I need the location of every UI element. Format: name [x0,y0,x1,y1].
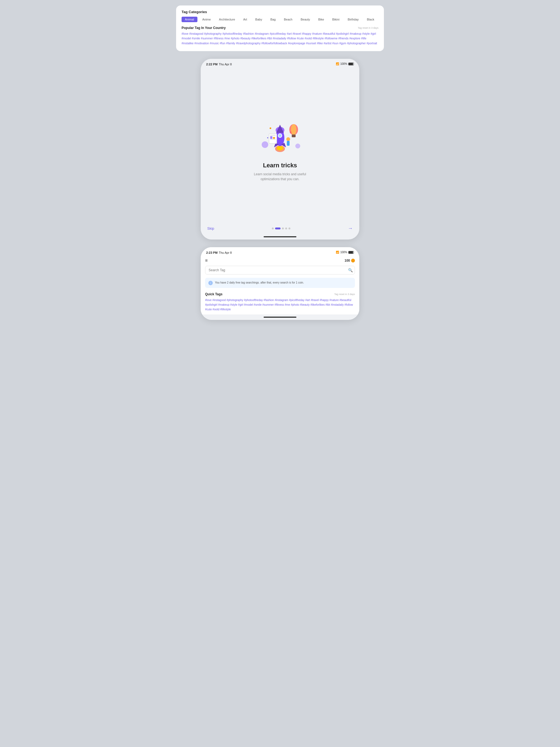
wifi-icon-2: 📶 [336,251,339,254]
svg-rect-21 [273,137,275,139]
home-indicator-2 [263,317,297,318]
status-icons-2: 📶 100% [336,251,354,254]
coin-icon [351,259,355,262]
next-arrow-button[interactable]: → [348,226,353,231]
tag-chip-birthday[interactable]: Birthday [344,17,362,22]
wifi-icon: 📶 [336,62,339,66]
search-screen: 2:23 PM Thu Apr 8 📶 100% ≡ 100 🔍 [201,247,359,314]
status-bar-1: 2:22 PM Thu Apr 8 📶 100% [201,59,359,68]
info-banner-text: You have 2 daily free tag searchings. af… [215,281,304,285]
popular-tags-content: #love #instagood #photography #photoofth… [182,31,378,46]
battery-percent: 100% [340,62,347,66]
dot-4 [288,228,290,229]
phone-time-2: 2:23 PM [206,251,218,254]
svg-point-6 [279,134,281,137]
tag-chip-art[interactable]: Art [240,17,251,22]
tag-chip-baby[interactable]: Baby [252,17,265,22]
popular-tag-section: Popular Tag In Your Country Tag reset in… [182,26,378,46]
tag-chip-bikini[interactable]: Bikini [329,17,342,22]
skip-button[interactable]: Skip [207,226,214,231]
tag-chip-black[interactable]: Black [364,17,378,22]
battery-percent-2: 100% [340,251,347,254]
svg-rect-22 [270,139,276,140]
svg-point-15 [286,137,290,141]
search-icon-button[interactable]: 🔍 [348,268,353,272]
quick-tags-content: #love #instagood #photography #photoofth… [205,298,355,312]
svg-point-9 [270,127,271,129]
phone-date-2: Thu Apr 8 [219,251,232,254]
learn-tricks-screen: Learn tricks Learn social media tricks a… [201,68,359,221]
dot-indicators [272,228,290,229]
svg-rect-14 [292,134,296,137]
phone-frame-1: 2:22 PM Thu Apr 8 📶 100% [201,59,359,239]
tag-chips-row: AnimalAnimeArchitectureArtBabyBagBeachBe… [182,17,378,22]
status-icons-1: 📶 100% [336,62,354,66]
dot-1 [275,228,281,229]
status-bar-2: 2:23 PM Thu Apr 8 📶 100% [201,247,359,256]
home-indicator-1 [263,236,297,237]
tag-chip-beach[interactable]: Beach [281,17,296,22]
coin-count: 100 [345,259,350,262]
svg-point-1 [277,146,283,150]
tag-chip-anime[interactable]: Anime [199,17,214,22]
popular-tag-date: Tag reset in 3 days [358,27,378,29]
dot-2 [282,228,284,229]
info-banner: i You have 2 daily free tag searchings. … [205,278,355,288]
svg-rect-20 [270,136,272,139]
dot-3 [285,228,287,229]
svg-point-11 [267,137,268,138]
tag-chip-bike[interactable]: Bike [315,17,327,22]
hamburger-menu-icon[interactable]: ≡ [205,258,207,263]
svg-point-13 [291,124,297,135]
quick-tags-section: Quick Tags Tag reset in 3 days #love #in… [201,289,359,314]
phone-bottom-nav-1: Skip → [201,221,359,234]
phone-frame-2: 2:23 PM Thu Apr 8 📶 100% ≡ 100 🔍 [201,247,359,320]
learn-tricks-subtitle: Learn social media tricks and useful opt… [245,172,315,182]
svg-rect-19 [270,135,276,136]
battery-icon-2 [348,251,354,254]
svg-rect-16 [287,141,289,146]
svg-point-24 [295,144,300,149]
phone-time-1: 2:22 PM [206,62,218,66]
coin-badge: 100 [345,259,355,262]
search-input-row: 🔍 [201,264,359,276]
dot-0 [272,228,274,229]
quick-tags-title: Quick Tags [205,292,223,296]
tag-categories-card: Tag Categories AnimalAnimeArchitectureAr… [176,5,384,51]
popular-tag-title: Popular Tag In Your Country [182,26,226,30]
tag-chip-architecture[interactable]: Architecture [216,17,238,22]
learn-tricks-illustration [255,113,305,154]
quick-tags-date: Tag reset in 3 days [334,293,355,295]
tag-chip-animal[interactable]: Animal [182,17,198,22]
tag-chip-beauty[interactable]: Beauty [297,17,313,22]
battery-icon [348,62,354,66]
learn-tricks-title: Learn tricks [263,162,297,169]
search-top-row: ≡ 100 [201,256,359,264]
tag-categories-title: Tag Categories [182,10,378,14]
search-tag-input[interactable] [205,266,355,275]
tag-chip-bag[interactable]: Bag [267,17,279,22]
info-icon: i [208,281,213,285]
phone-date-1: Thu Apr 8 [219,62,232,66]
svg-point-23 [262,141,268,148]
